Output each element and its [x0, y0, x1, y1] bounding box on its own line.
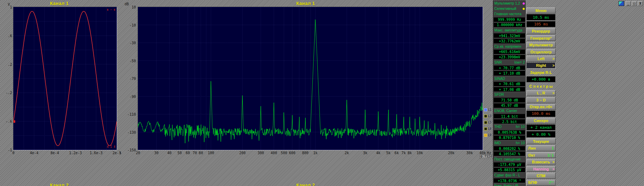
delay-label: Задерж R-L: [527, 69, 556, 75]
spectrum-y-tick: -110: [125, 112, 136, 116]
spectrum-x-tick: 60: [186, 151, 190, 155]
oscilloscope-button-label: Осциллогр: [530, 50, 552, 54]
menu-row: +0.000 в: [527, 76, 556, 82]
recorder-button[interactable]: Рекордер: [527, 28, 556, 34]
readout-row: +23.3998mV: [493, 54, 526, 60]
octave-button[interactable]: Окт1/ 1: [527, 152, 556, 158]
sfdr-label: SFDR: [493, 92, 526, 97]
spectrum-x-tick: 30: [154, 151, 159, 155]
menu-button[interactable]: Меню: [527, 7, 556, 13]
buffer-time-value[interactable]: 100.0 ms: [527, 111, 556, 117]
spectrum-marker-L1[interactable]: [484, 108, 487, 111]
enob-r-value: 2.5 bit: [494, 119, 525, 124]
scope-y-tick: -1: [2, 148, 12, 152]
spectrum-x-tick: 300: [258, 151, 264, 155]
selective-header[interactable]: Селективный: [493, 6, 526, 11]
spectrum-marker-label: L3: [488, 115, 491, 118]
spectra-lr-button[interactable]: L , R>: [527, 90, 556, 96]
snr-label-text: SNR: [494, 60, 502, 64]
menu-row: Меню: [527, 7, 556, 13]
generator-button-label: Генератор°: [530, 36, 552, 40]
oscilloscope-button[interactable]: Осциллогр: [527, 49, 556, 55]
generator-button[interactable]: Генератор°: [527, 35, 556, 41]
phase-shift-value: +178.0736 °: [494, 178, 525, 183]
spectrum-y-tick: -90: [125, 95, 136, 99]
spectrum-marker-L5[interactable]: [484, 121, 487, 124]
psd-button[interactable]: СПМ: [527, 173, 556, 179]
fft-size-button[interactable]: БПФ2¹⁷: [527, 180, 556, 186]
spectrum-x-tick: 70: [193, 151, 197, 155]
snr-r-value: + 17.10 dB: [494, 71, 525, 76]
sfdr-l-value: 71.50 dB: [494, 98, 525, 103]
max-amplitude-r-value: +32.7762mV: [494, 39, 525, 43]
spectrum-marker-L9[interactable]: [484, 134, 487, 137]
imd-label-param: h= 10: [516, 141, 525, 145]
oscilloscope-plot[interactable]: в – в 4 I 4: [13, 7, 117, 150]
max-amplitude-label-text: Макс. амплитуда: [494, 28, 522, 32]
readout-row: + 70.61 dB: [493, 81, 526, 87]
multimeter-button[interactable]: Мультиметр: [527, 42, 556, 48]
spectra-section-label: С п е к т р ы: [527, 83, 556, 89]
readout-row: +665.616mV: [493, 49, 526, 54]
spectrum-marker-L3[interactable]: [484, 115, 487, 118]
sinad-label: SINAD: [493, 76, 526, 81]
spectrum-x-tick: 6k: [395, 151, 399, 155]
lin-scale-button-label: Лин: [528, 146, 536, 150]
open-input-button[interactable]: Откр.вх.>0<: [527, 104, 556, 110]
close-button[interactable]: X: [638, 1, 643, 6]
scope-title: Канал 1: [1, 1, 118, 6]
snr-l-value: + 70.77 dB: [494, 65, 525, 70]
spectrum-x-tick: 1k: [313, 151, 317, 155]
imd-label: IMDh= 10: [493, 140, 526, 146]
percent-value[interactable]: + 0.00 %: [527, 131, 556, 137]
max-amplitude-label: Макс. амплитуда: [493, 28, 526, 33]
spectrum-canvas: [138, 7, 483, 150]
current-button[interactable]: Текущее: [527, 138, 556, 144]
app-icon[interactable]: [619, 1, 624, 6]
freq-ratio-label: Freq. Ratio L/R: [493, 183, 526, 186]
menu-row: 100.0 ms: [527, 111, 556, 117]
psd-button-label: СПМ: [536, 174, 545, 178]
snr-label-param: low= 2: [514, 60, 525, 64]
left-channel-button[interactable]: Left>: [527, 56, 556, 62]
sync-button[interactable]: Синхро: [527, 118, 556, 124]
time-window-r-value[interactable]: 105 ms: [527, 21, 556, 27]
imd-r-value: 4.105547 %: [494, 151, 525, 156]
multimeter-header[interactable]: Мультиметр 1,2: [493, 1, 526, 6]
window-function-button[interactable]: Hanning>: [527, 166, 556, 172]
spectrum-x-tick: 3k: [363, 151, 367, 155]
menu-row: Hanning>: [527, 166, 556, 172]
selective-header-indicator: [523, 8, 525, 10]
maximize-button[interactable]: □: [632, 1, 637, 6]
right-channel-button[interactable]: Right>: [527, 63, 556, 69]
analyzer-window: Канал 1 V в – в 4 I 4 s Канал 1 dB Hz 0.…: [0, 0, 644, 186]
menu-row: + 2 канал: [527, 124, 556, 130]
spectrum-plot[interactable]: [138, 7, 483, 150]
lin-scale-button[interactable]: Лин1: [527, 145, 556, 151]
spectrum-y-tick: -50: [125, 59, 136, 63]
right-channel-button-label: Right: [536, 63, 546, 68]
delay-value[interactable]: +0.000 в: [527, 76, 556, 82]
spectrum-marker-label: L8: [488, 127, 491, 130]
imd-l-value: 0.008202 %: [494, 146, 525, 151]
weighting-button[interactable]: Взвесить>: [527, 159, 556, 165]
scope-y-tick: 1: [2, 5, 12, 9]
spectrum-x-tick: 7k: [402, 151, 406, 155]
menu-row: С п е к т р ы: [527, 83, 556, 89]
menu-row: Текущее: [527, 138, 556, 144]
spectrum-x-tick: 200: [239, 151, 246, 155]
dc-offset-r-value: +5.88315 µV: [494, 168, 525, 173]
spectrum-x-tick: 2k: [345, 151, 349, 155]
spectrum-x-tick: 20: [136, 151, 140, 155]
spectra-3d-button-label: 3 – D: [536, 98, 546, 102]
spectrum-marker-L8[interactable]: [484, 127, 487, 130]
spectrum-marker-label: L9: [488, 134, 491, 137]
two-channel-value[interactable]: + 2 канал: [527, 124, 556, 130]
sfdr-r-value: 45.97 dB: [494, 103, 525, 108]
time-window-l-value[interactable]: 10.5 ms: [527, 14, 556, 20]
spectra-3d-button[interactable]: 3 – D: [527, 97, 556, 103]
sinad-l-value: + 70.61 dB: [494, 82, 525, 87]
spectrum-cursor-value: 0.7324: [480, 155, 493, 159]
menu-row: БПФ2¹⁷: [527, 180, 556, 186]
minimize-button[interactable]: _: [626, 1, 631, 6]
